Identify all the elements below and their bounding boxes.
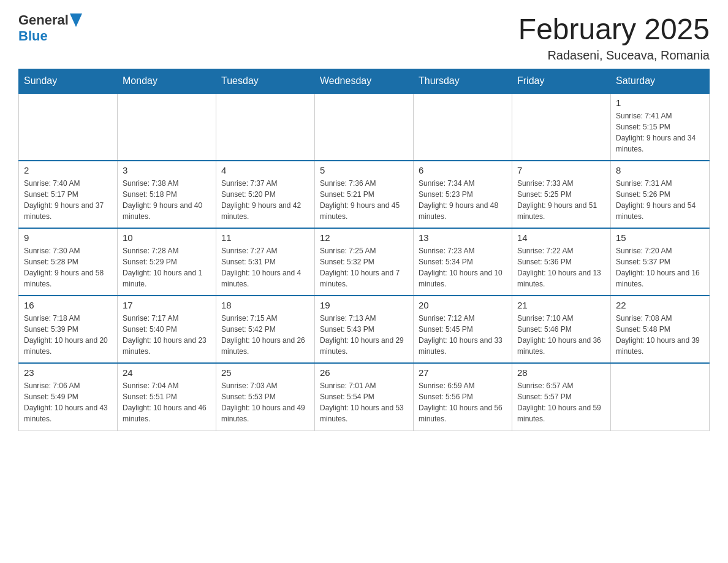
day-number: 25	[221, 367, 309, 378]
day-number: 27	[419, 367, 507, 378]
day-number: 21	[517, 300, 605, 310]
calendar-cell: 4Sunrise: 7:37 AM Sunset: 5:20 PM Daylig…	[216, 161, 315, 228]
day-info: Sunrise: 6:57 AM Sunset: 5:57 PM Dayligh…	[517, 380, 605, 424]
weekday-header-sunday: Sunday	[19, 69, 118, 94]
calendar-cell	[216, 93, 315, 161]
logo-blue-text: Blue	[18, 28, 48, 44]
day-number: 15	[616, 232, 704, 243]
week-row-3: 9Sunrise: 7:30 AM Sunset: 5:28 PM Daylig…	[19, 228, 710, 296]
day-number: 8	[616, 165, 704, 175]
day-info: Sunrise: 7:40 AM Sunset: 5:17 PM Dayligh…	[24, 178, 112, 222]
day-info: Sunrise: 7:20 AM Sunset: 5:37 PM Dayligh…	[616, 245, 704, 289]
day-number: 1	[616, 98, 704, 108]
calendar-cell: 28Sunrise: 6:57 AM Sunset: 5:57 PM Dayli…	[512, 363, 611, 431]
day-number: 19	[320, 300, 408, 310]
day-number: 9	[24, 232, 112, 243]
title-section: February 2025 Radaseni, Suceava, Romania	[518, 12, 710, 63]
calendar-cell: 9Sunrise: 7:30 AM Sunset: 5:28 PM Daylig…	[19, 228, 118, 296]
day-info: Sunrise: 7:36 AM Sunset: 5:21 PM Dayligh…	[320, 178, 408, 222]
week-row-2: 2Sunrise: 7:40 AM Sunset: 5:17 PM Daylig…	[19, 161, 710, 228]
calendar-cell	[118, 93, 216, 161]
day-number: 17	[123, 300, 211, 310]
day-number: 24	[123, 367, 211, 378]
calendar-cell: 19Sunrise: 7:13 AM Sunset: 5:43 PM Dayli…	[315, 296, 414, 363]
calendar-cell: 6Sunrise: 7:34 AM Sunset: 5:23 PM Daylig…	[414, 161, 512, 228]
day-number: 28	[517, 367, 605, 378]
logo: General Blue	[18, 12, 82, 44]
day-info: Sunrise: 7:17 AM Sunset: 5:40 PM Dayligh…	[123, 313, 211, 357]
day-info: Sunrise: 7:25 AM Sunset: 5:32 PM Dayligh…	[320, 245, 408, 289]
calendar-cell: 10Sunrise: 7:28 AM Sunset: 5:29 PM Dayli…	[118, 228, 216, 296]
calendar-cell: 18Sunrise: 7:15 AM Sunset: 5:42 PM Dayli…	[216, 296, 315, 363]
day-info: Sunrise: 7:27 AM Sunset: 5:31 PM Dayligh…	[221, 245, 309, 289]
calendar-cell: 20Sunrise: 7:12 AM Sunset: 5:45 PM Dayli…	[414, 296, 512, 363]
calendar-cell: 14Sunrise: 7:22 AM Sunset: 5:36 PM Dayli…	[512, 228, 611, 296]
weekday-header-monday: Monday	[118, 69, 216, 94]
calendar-cell: 7Sunrise: 7:33 AM Sunset: 5:25 PM Daylig…	[512, 161, 611, 228]
day-number: 14	[517, 232, 605, 243]
calendar-cell: 3Sunrise: 7:38 AM Sunset: 5:18 PM Daylig…	[118, 161, 216, 228]
logo-general-text: General	[18, 12, 69, 28]
day-info: Sunrise: 7:10 AM Sunset: 5:46 PM Dayligh…	[517, 313, 605, 357]
calendar-cell	[315, 93, 414, 161]
day-info: Sunrise: 7:31 AM Sunset: 5:26 PM Dayligh…	[616, 178, 704, 222]
calendar-cell: 8Sunrise: 7:31 AM Sunset: 5:26 PM Daylig…	[611, 161, 710, 228]
calendar-cell: 27Sunrise: 6:59 AM Sunset: 5:56 PM Dayli…	[414, 363, 512, 431]
day-info: Sunrise: 7:13 AM Sunset: 5:43 PM Dayligh…	[320, 313, 408, 357]
day-info: Sunrise: 7:23 AM Sunset: 5:34 PM Dayligh…	[419, 245, 507, 289]
calendar-cell: 1Sunrise: 7:41 AM Sunset: 5:15 PM Daylig…	[611, 93, 710, 161]
day-number: 22	[616, 300, 704, 310]
day-info: Sunrise: 7:08 AM Sunset: 5:48 PM Dayligh…	[616, 313, 704, 357]
month-year-title: February 2025	[518, 12, 710, 46]
calendar-cell	[512, 93, 611, 161]
weekday-header-saturday: Saturday	[611, 69, 710, 94]
day-number: 12	[320, 232, 408, 243]
weekday-header-row: SundayMondayTuesdayWednesdayThursdayFrid…	[19, 69, 710, 94]
location-subtitle: Radaseni, Suceava, Romania	[518, 48, 710, 63]
day-number: 26	[320, 367, 408, 378]
day-info: Sunrise: 7:41 AM Sunset: 5:15 PM Dayligh…	[616, 110, 704, 155]
calendar-cell	[414, 93, 512, 161]
calendar-cell: 2Sunrise: 7:40 AM Sunset: 5:17 PM Daylig…	[19, 161, 118, 228]
day-number: 2	[24, 165, 112, 175]
day-info: Sunrise: 7:06 AM Sunset: 5:49 PM Dayligh…	[24, 380, 112, 424]
calendar-cell: 22Sunrise: 7:08 AM Sunset: 5:48 PM Dayli…	[611, 296, 710, 363]
calendar-cell: 13Sunrise: 7:23 AM Sunset: 5:34 PM Dayli…	[414, 228, 512, 296]
day-info: Sunrise: 7:03 AM Sunset: 5:53 PM Dayligh…	[221, 380, 309, 424]
day-number: 5	[320, 165, 408, 175]
day-info: Sunrise: 7:30 AM Sunset: 5:28 PM Dayligh…	[24, 245, 112, 289]
day-info: Sunrise: 7:38 AM Sunset: 5:18 PM Dayligh…	[123, 178, 211, 222]
calendar-cell	[611, 363, 710, 431]
day-number: 20	[419, 300, 507, 310]
week-row-5: 23Sunrise: 7:06 AM Sunset: 5:49 PM Dayli…	[19, 363, 710, 431]
calendar-cell: 5Sunrise: 7:36 AM Sunset: 5:21 PM Daylig…	[315, 161, 414, 228]
day-info: Sunrise: 7:01 AM Sunset: 5:54 PM Dayligh…	[320, 380, 408, 424]
svg-marker-0	[70, 13, 82, 27]
calendar-cell: 21Sunrise: 7:10 AM Sunset: 5:46 PM Dayli…	[512, 296, 611, 363]
calendar-cell: 16Sunrise: 7:18 AM Sunset: 5:39 PM Dayli…	[19, 296, 118, 363]
calendar-cell	[19, 93, 118, 161]
day-info: Sunrise: 7:34 AM Sunset: 5:23 PM Dayligh…	[419, 178, 507, 222]
week-row-4: 16Sunrise: 7:18 AM Sunset: 5:39 PM Dayli…	[19, 296, 710, 363]
calendar-cell: 15Sunrise: 7:20 AM Sunset: 5:37 PM Dayli…	[611, 228, 710, 296]
day-number: 10	[123, 232, 211, 243]
calendar-cell: 24Sunrise: 7:04 AM Sunset: 5:51 PM Dayli…	[118, 363, 216, 431]
logo-triangle-icon	[70, 13, 82, 27]
calendar-cell: 17Sunrise: 7:17 AM Sunset: 5:40 PM Dayli…	[118, 296, 216, 363]
day-info: Sunrise: 7:28 AM Sunset: 5:29 PM Dayligh…	[123, 245, 211, 289]
week-row-1: 1Sunrise: 7:41 AM Sunset: 5:15 PM Daylig…	[19, 93, 710, 161]
weekday-header-thursday: Thursday	[414, 69, 512, 94]
day-info: Sunrise: 7:15 AM Sunset: 5:42 PM Dayligh…	[221, 313, 309, 357]
day-info: Sunrise: 7:37 AM Sunset: 5:20 PM Dayligh…	[221, 178, 309, 222]
calendar-cell: 23Sunrise: 7:06 AM Sunset: 5:49 PM Dayli…	[19, 363, 118, 431]
day-number: 16	[24, 300, 112, 310]
day-info: Sunrise: 7:12 AM Sunset: 5:45 PM Dayligh…	[419, 313, 507, 357]
day-info: Sunrise: 6:59 AM Sunset: 5:56 PM Dayligh…	[419, 380, 507, 424]
day-number: 7	[517, 165, 605, 175]
day-info: Sunrise: 7:22 AM Sunset: 5:36 PM Dayligh…	[517, 245, 605, 289]
day-number: 6	[419, 165, 507, 175]
weekday-header-wednesday: Wednesday	[315, 69, 414, 94]
calendar-cell: 26Sunrise: 7:01 AM Sunset: 5:54 PM Dayli…	[315, 363, 414, 431]
calendar-cell: 25Sunrise: 7:03 AM Sunset: 5:53 PM Dayli…	[216, 363, 315, 431]
day-info: Sunrise: 7:18 AM Sunset: 5:39 PM Dayligh…	[24, 313, 112, 357]
